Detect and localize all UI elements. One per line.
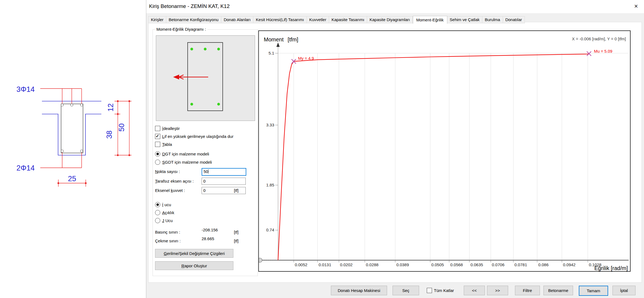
- tab-betonarme-konfigurasyonu[interactable]: Betonarme Konfigürasyonu: [166, 16, 221, 23]
- radio-circle[interactable]: [155, 210, 160, 215]
- svg-text:0.0781: 0.0781: [514, 262, 527, 267]
- tab-donati-alanlari[interactable]: Donatı Alanları: [221, 16, 253, 23]
- checkbox-label: Lif en yüksek gerilmeye ulaştığında dur: [162, 134, 233, 139]
- stress-strain-lines-button[interactable]: Gerilme/Şekil Değiştirme Çizgileri: [155, 249, 233, 258]
- compression-limit-label: Basınç sınırı :: [155, 229, 180, 236]
- rebar-calculator-button[interactable]: Donatı Hesap Makinesi: [331, 286, 387, 295]
- radio-circle[interactable]: [155, 160, 160, 165]
- tab-sehim-ve-catlak[interactable]: Sehim ve Çatlak: [447, 16, 482, 23]
- chart-title-unit: [tfm]: [288, 36, 298, 42]
- radio-dgt-material-model[interactable]: DGT için malzeme modeli: [155, 151, 209, 157]
- radio-circle[interactable]: [155, 202, 160, 207]
- top-rebar-label: 3Φ14: [16, 85, 35, 93]
- tab-donatilar[interactable]: Donatılar: [503, 16, 525, 23]
- cursor-readout: X = -0.006 [rad/m], Y = 0 [tfm]: [572, 36, 626, 41]
- chart-title: Moment: [264, 36, 284, 42]
- tab-kuvvetler[interactable]: Kuvvetler: [307, 16, 329, 23]
- next-button[interactable]: >>: [487, 286, 508, 295]
- svg-text:0.0389: 0.0389: [396, 262, 409, 267]
- button-label: Rapor Oluştur: [181, 263, 207, 268]
- all-floors-checkbox[interactable]: Tüm Katlar: [427, 288, 454, 293]
- close-icon[interactable]: ✕: [631, 2, 642, 11]
- radio-span[interactable]: Açıklık: [155, 210, 174, 215]
- neutral-axis-angle-input[interactable]: 0: [202, 178, 246, 185]
- preview-rebar-dots: [190, 48, 220, 106]
- axial-force-unit: [tf]: [234, 187, 239, 194]
- tab-kirisler[interactable]: Kirişler: [148, 16, 166, 23]
- svg-text:0.0131: 0.0131: [319, 262, 331, 267]
- svg-text:3.33: 3.33: [266, 123, 274, 127]
- concrete-button[interactable]: Betonarme: [543, 286, 573, 295]
- tab-moment-egrilik[interactable]: Moment-Eğrilik: [413, 16, 447, 24]
- point-count-input[interactable]: 50: [202, 168, 246, 176]
- button-label: Gerilme/Şekil Değiştirme Çizgileri: [164, 251, 225, 256]
- moment-direction-arrow: [173, 75, 208, 80]
- radio-label: J Ucu: [162, 218, 173, 223]
- moment-curvature-groupbox: Moment-Eğrilik Diyagramı :: [153, 29, 258, 276]
- svg-text:0.0942: 0.0942: [563, 262, 576, 267]
- moment-curvature-chart[interactable]: 0.00520.01310.02020.02880.03890.05050.05…: [258, 30, 631, 272]
- radio-j-end[interactable]: J Ucu: [155, 218, 173, 223]
- svg-text:Mu = 5.09: Mu = 5.09: [594, 49, 612, 53]
- filter-button[interactable]: Filtre: [515, 286, 540, 295]
- tab-kapasite-tasarimi[interactable]: Kapasite Tasarımı: [329, 16, 367, 23]
- svg-text:5.1: 5.1: [268, 51, 274, 55]
- dialog-titlebar[interactable]: Kiriş Betonarme - ZEMİN KAT, K12 ✕: [146, 0, 644, 13]
- section-preview-drawing: [156, 36, 255, 121]
- compression-limit-value: -208.156: [202, 228, 218, 232]
- radio-circle[interactable]: [155, 151, 160, 157]
- svg-text:0.0202: 0.0202: [340, 262, 353, 267]
- input-value: 0: [203, 179, 205, 183]
- tab-burulma[interactable]: Burulma: [482, 16, 503, 23]
- checkbox-box[interactable]: [427, 288, 432, 293]
- svg-text:0.0052: 0.0052: [295, 262, 307, 267]
- radio-sgdt-material-model[interactable]: ŞGDT için malzeme modeli: [155, 159, 212, 165]
- tension-limit-unit: [tf]: [234, 237, 239, 245]
- beam-section-drawing: 3Φ14 2Φ14 12 38 50 25: [7, 81, 136, 191]
- cancel-button[interactable]: İptal: [612, 286, 636, 295]
- beam-concrete-dialog: Kiriş Betonarme - ZEMİN KAT, K12 ✕ Kiriş…: [146, 0, 644, 298]
- tab-page-moment-egrilik: Moment-Eğrilik Diyagramı :: [148, 22, 642, 283]
- checkbox-stop-at-max-fiber-stress[interactable]: Lif en yüksek gerilmeye ulaştığında dur: [155, 134, 233, 139]
- svg-text:My = 4.9: My = 4.9: [298, 56, 314, 61]
- previous-button[interactable]: <<: [464, 286, 485, 295]
- svg-text:0.0635: 0.0635: [471, 262, 483, 267]
- checkbox-slab[interactable]: Tabla: [155, 141, 172, 147]
- tab-strip: Kirişler Betonarme Konfigürasyonu Donatı…: [148, 16, 525, 23]
- checkbox-label: İdealleştir: [162, 126, 180, 131]
- dim-web-depth-label: 38: [105, 130, 113, 139]
- groupbox-title: Moment-Eğrilik Diyagramı :: [155, 27, 207, 32]
- checkbox-box[interactable]: [155, 142, 160, 147]
- radio-label: ŞGDT için malzeme modeli: [162, 160, 212, 164]
- tab-kesit-hucresi-lif-tasarimi[interactable]: Kesit Hücresi(Lif) Tasarımı: [253, 16, 307, 23]
- ok-button[interactable]: Tamam: [579, 286, 608, 296]
- rebar-circles: [61, 104, 83, 152]
- compression-limit-unit: [tf]: [234, 229, 239, 236]
- radio-circle[interactable]: [155, 218, 160, 223]
- point-count-label: Nokta sayısı :: [155, 168, 180, 175]
- input-value: 50: [204, 169, 208, 174]
- tab-kapasite-diyagramlari[interactable]: Kapasite Diyagramları: [367, 16, 413, 23]
- svg-text:0.0505: 0.0505: [431, 262, 444, 267]
- dim-total-depth-label: 50: [118, 123, 126, 132]
- radio-i-end[interactable]: İ ucu: [155, 202, 171, 207]
- checkbox-label: Tüm Katlar: [434, 288, 454, 293]
- section-preview-panel: [156, 35, 255, 121]
- chart-generated-content: 0.00520.01310.02020.02880.03890.05050.05…: [259, 42, 629, 267]
- application-root: 3Φ14 2Φ14 12 38 50 25 Kiriş Betonarme - …: [0, 0, 644, 298]
- bottom-rebar-label: 2Φ14: [16, 164, 35, 172]
- svg-text:0.74: 0.74: [266, 228, 274, 232]
- checkbox-box[interactable]: [155, 134, 160, 139]
- checkbox-idealize[interactable]: İdealleştir: [155, 126, 180, 131]
- svg-text:0.0706: 0.0706: [492, 262, 505, 267]
- input-value: 0: [203, 188, 205, 193]
- radio-label: İ ucu: [162, 202, 171, 207]
- axial-force-input[interactable]: 0: [202, 187, 246, 194]
- radio-label: DGT için malzeme modeli: [162, 152, 209, 156]
- select-button[interactable]: Seç: [393, 286, 419, 295]
- x-axis-title: Eğrilik [rad/m]: [594, 265, 628, 271]
- create-report-button[interactable]: Rapor Oluştur: [155, 261, 233, 270]
- chart-canvas: 0.00520.01310.02020.02880.03890.05050.05…: [259, 31, 630, 271]
- web-rectangle: [61, 104, 83, 153]
- checkbox-box[interactable]: [155, 126, 160, 131]
